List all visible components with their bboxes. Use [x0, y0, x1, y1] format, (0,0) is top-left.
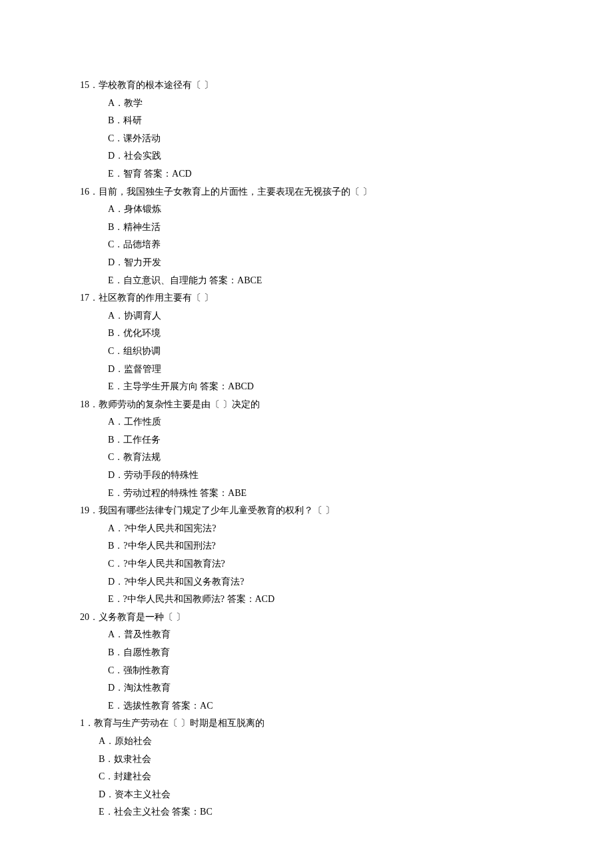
option-c: C．品德培养: [80, 236, 533, 254]
option-a: A．身体锻炼: [80, 201, 533, 219]
option-text: 科研: [123, 115, 142, 125]
option-text: 淘汰性教育: [124, 683, 171, 693]
option-e: E．自立意识、自理能力 答案：ABCE: [80, 272, 533, 290]
question-stem: 1．教育与生产劳动在〔 〕时期是相互脱离的: [80, 715, 533, 733]
question-text: 教师劳动的复杂性主要是由〔 〕决定的: [99, 399, 260, 409]
option-d: D．淘汰性教育: [80, 679, 533, 697]
option-label: E．: [99, 807, 114, 817]
option-e: E．选拔性教育 答案：AC: [80, 697, 533, 715]
option-text: 工作任务: [123, 435, 161, 445]
option-c: C．?中华人民共和国教育法?: [80, 555, 533, 573]
answer-text: 答案：ACD: [142, 169, 192, 179]
option-label: A．: [99, 736, 115, 746]
option-text: 身体锻炼: [124, 204, 161, 214]
document-body: 15．学校教育的根本途径有〔 〕 A．教学 B．科研 C．课外活动 D．社会实践…: [80, 77, 533, 821]
option-text: 智力开发: [124, 257, 161, 267]
option-e: E．社会主义社会 答案：BC: [80, 803, 533, 821]
option-e: E．主导学生开展方向 答案：ABCD: [80, 378, 533, 396]
option-label: E．: [108, 701, 123, 711]
answer-text: 答案：AC: [170, 701, 213, 711]
option-d: D．?中华人民共和国义务教育法?: [80, 573, 533, 591]
option-label: C．: [108, 665, 123, 675]
question-15: 15．学校教育的根本途径有〔 〕 A．教学 B．科研 C．课外活动 D．社会实践…: [80, 77, 533, 183]
question-19: 19．我国有哪些法律专门规定了少年儿童受教育的权利？〔 〕 A．?中华人民共和国…: [80, 502, 533, 609]
option-label: C．: [108, 133, 123, 143]
option-text: ?中华人民共和国义务教育法?: [124, 577, 244, 587]
option-text: 原始社会: [115, 736, 152, 746]
option-c: C．强制性教育: [80, 662, 533, 680]
option-e: E．?中华人民共和国教师法? 答案：ACD: [80, 591, 533, 609]
option-c: C．封建社会: [80, 768, 533, 786]
option-text: 组织协调: [123, 346, 161, 356]
question-number: 1．: [80, 718, 94, 728]
option-e: E．劳动过程的特殊性 答案：ABE: [80, 485, 533, 503]
option-label: A．: [108, 204, 124, 214]
question-17: 17．社区教育的作用主要有〔 〕 A．协调育人 B．优化环境 C．组织协调 D．…: [80, 289, 533, 396]
option-label: D．: [108, 577, 124, 587]
option-label: E．: [108, 169, 123, 179]
option-text: 工作性质: [124, 417, 161, 427]
option-text: 课外活动: [123, 133, 161, 143]
option-text: 劳动过程的特殊性: [123, 488, 198, 498]
option-e: E．智育 答案：ACD: [80, 165, 533, 183]
option-text: 协调育人: [124, 311, 161, 321]
option-a: A．?中华人民共和国宪法?: [80, 520, 533, 538]
question-text: 教育与生产劳动在〔 〕时期是相互脱离的: [94, 718, 265, 728]
option-label: B．: [108, 115, 123, 125]
question-text: 目前，我国独生子女教育上的片面性，主要表现在无视孩子的〔 〕: [99, 187, 372, 197]
option-label: B．: [108, 328, 123, 338]
option-label: B．: [108, 541, 123, 551]
option-label: E．: [108, 275, 123, 285]
option-b: B．自愿性教育: [80, 644, 533, 662]
option-label: D．: [108, 470, 124, 480]
answer-text: 答案：ABCD: [198, 381, 254, 391]
option-text: 监督管理: [124, 364, 161, 374]
option-text: 主导学生开展方向: [123, 381, 198, 391]
option-label: A．: [108, 98, 124, 108]
option-c: C．课外活动: [80, 130, 533, 148]
answer-text: 答案：ABE: [198, 488, 247, 498]
question-stem: 19．我国有哪些法律专门规定了少年儿童受教育的权利？〔 〕: [80, 502, 533, 520]
question-stem: 20．义务教育是一种〔 〕: [80, 609, 533, 627]
option-a: A．协调育人: [80, 307, 533, 325]
question-18: 18．教师劳动的复杂性主要是由〔 〕决定的 A．工作性质 B．工作任务 C．教育…: [80, 396, 533, 503]
option-label: D．: [108, 151, 124, 161]
option-text: ?中华人民共和国教师法?: [123, 594, 225, 604]
question-number: 17．: [80, 293, 99, 303]
option-text: 封建社会: [114, 771, 151, 781]
option-text: 教育法规: [123, 452, 161, 462]
option-d: D．社会实践: [80, 147, 533, 165]
option-label: E．: [108, 488, 123, 498]
option-label: D．: [108, 257, 124, 267]
option-b: B．科研: [80, 112, 533, 130]
question-20: 20．义务教育是一种〔 〕 A．普及性教育 B．自愿性教育 C．强制性教育 D．…: [80, 609, 533, 715]
option-label: B．: [108, 435, 123, 445]
question-text: 我国有哪些法律专门规定了少年儿童受教育的权利？〔 〕: [99, 505, 334, 515]
option-a: A．工作性质: [80, 413, 533, 431]
option-text: 社会主义社会: [114, 807, 170, 817]
option-label: A．: [108, 311, 124, 321]
option-d: D．资本主义社会: [80, 786, 533, 804]
option-text: ?中华人民共和国教育法?: [123, 559, 225, 569]
option-text: 自愿性教育: [123, 647, 170, 657]
option-text: 精神生活: [123, 222, 161, 232]
option-b: B．奴隶社会: [80, 751, 533, 769]
option-text: ?中华人民共和国宪法?: [124, 523, 216, 533]
answer-text: 答案：ABCE: [207, 275, 263, 285]
option-text: 奴隶社会: [114, 754, 151, 764]
question-number: 18．: [80, 399, 99, 409]
option-d: D．劳动手段的特殊性: [80, 467, 533, 485]
question-stem: 18．教师劳动的复杂性主要是由〔 〕决定的: [80, 396, 533, 414]
option-text: 智育: [123, 169, 142, 179]
question-stem: 16．目前，我国独生子女教育上的片面性，主要表现在无视孩子的〔 〕: [80, 183, 533, 201]
option-label: C．: [108, 452, 123, 462]
question-number: 15．: [80, 80, 99, 90]
option-label: A．: [108, 523, 124, 533]
option-a: A．教学: [80, 95, 533, 113]
option-text: 强制性教育: [123, 665, 170, 675]
question-16: 16．目前，我国独生子女教育上的片面性，主要表现在无视孩子的〔 〕 A．身体锻炼…: [80, 183, 533, 290]
option-text: 社会实践: [124, 151, 161, 161]
option-label: A．: [108, 417, 124, 427]
option-text: 劳动手段的特殊性: [124, 470, 199, 480]
option-label: E．: [108, 594, 123, 604]
